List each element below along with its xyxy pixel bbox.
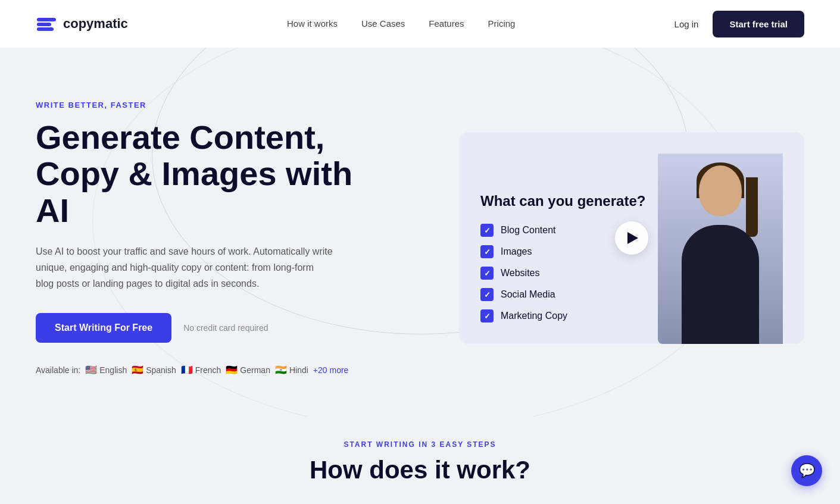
play-icon (627, 232, 638, 244)
checklist-label-marketing: Marketing Copy (501, 311, 567, 321)
english-label: English (99, 365, 127, 375)
chat-bubble-button[interactable]: 💬 (791, 455, 822, 486)
hindi-flag: 🇮🇳 (275, 364, 287, 375)
spanish-flag: 🇪🇸 (132, 364, 143, 375)
checklist-label-websites: Websites (501, 268, 540, 278)
bottom-title: How does it work? (36, 456, 804, 484)
person-hair-side (746, 177, 758, 237)
nav-actions: Log in Start free trial (675, 11, 804, 37)
lang-hindi: 🇮🇳 Hindi (275, 364, 308, 375)
nav-use-cases[interactable]: Use Cases (361, 18, 405, 29)
german-flag: 🇩🇪 (226, 364, 238, 375)
lang-german: 🇩🇪 German (226, 364, 270, 375)
available-in-label: Available in: (36, 365, 80, 375)
checklist-item-websites: Websites (480, 267, 658, 280)
checklist-label-images: Images (501, 246, 532, 257)
cta-button[interactable]: Start Writing For Free (36, 313, 171, 343)
svg-rect-1 (37, 23, 51, 26)
hero-right: What can you generate? Blog Content Imag… (459, 132, 804, 344)
nav-links: How it works Use Cases Features Pricing (287, 18, 515, 29)
more-languages-label[interactable]: +20 more (313, 365, 349, 375)
bottom-tagline: START WRITING IN 3 EASY STEPS (36, 440, 804, 449)
no-credit-card-label: No credit card required (183, 323, 268, 333)
video-card-content: What can you generate? Blog Content Imag… (480, 193, 658, 344)
hindi-label: Hindi (289, 365, 308, 375)
checklist-label-social: Social Media (501, 289, 555, 300)
nav-how-it-works[interactable]: How it works (287, 18, 338, 29)
person-body (682, 225, 759, 344)
login-link[interactable]: Log in (675, 19, 699, 29)
chat-icon: 💬 (799, 463, 815, 478)
lang-english: 🇺🇸 English (85, 364, 127, 375)
french-flag: 🇫🇷 (181, 364, 193, 375)
english-flag: 🇺🇸 (85, 364, 97, 375)
hero-description: Use AI to boost your traffic and save ho… (36, 243, 333, 292)
checklist-item-marketing: Marketing Copy (480, 309, 658, 323)
check-icon-images (480, 245, 494, 258)
hero-tagline: WRITE BETTER, FASTER (36, 101, 381, 109)
spanish-label: Spanish (146, 365, 176, 375)
lang-french: 🇫🇷 French (181, 364, 221, 375)
checklist-item-social: Social Media (480, 288, 658, 301)
play-button[interactable] (615, 221, 648, 255)
person-image (658, 154, 783, 344)
video-card-title: What can you generate? (480, 193, 658, 209)
logo[interactable]: copymatic (36, 13, 128, 35)
video-card: What can you generate? Blog Content Imag… (459, 132, 804, 344)
lang-spanish: 🇪🇸 Spanish (132, 364, 176, 375)
hero-title-line1: Generate Content, (36, 118, 324, 156)
hero-title-line2: Copy & Images with AI (36, 155, 352, 229)
logo-text: copymatic (63, 16, 128, 32)
hero-title: Generate Content, Copy & Images with AI (36, 119, 381, 229)
nav-pricing[interactable]: Pricing (488, 18, 516, 29)
hero-left: WRITE BETTER, FASTER Generate Content, C… (36, 101, 381, 375)
hero-section: WRITE BETTER, FASTER Generate Content, C… (0, 48, 840, 417)
check-icon-social (480, 288, 494, 301)
svg-rect-2 (37, 27, 54, 31)
nav-features[interactable]: Features (429, 18, 464, 29)
logo-icon (36, 13, 57, 35)
languages-row: Available in: 🇺🇸 English 🇪🇸 Spanish 🇫🇷 F… (36, 364, 381, 375)
french-label: French (195, 365, 221, 375)
check-icon-marketing (480, 309, 494, 323)
cta-row: Start Writing For Free No credit card re… (36, 313, 381, 343)
svg-rect-0 (37, 18, 56, 21)
navbar: copymatic How it works Use Cases Feature… (0, 0, 840, 48)
check-icon-websites (480, 267, 494, 280)
person-head (699, 165, 742, 216)
check-icon-blog (480, 224, 494, 237)
bottom-section: START WRITING IN 3 EASY STEPS How does i… (0, 417, 840, 496)
german-label: German (240, 365, 270, 375)
checklist-label-blog: Blog Content (501, 225, 556, 236)
start-trial-button[interactable]: Start free trial (713, 11, 804, 37)
